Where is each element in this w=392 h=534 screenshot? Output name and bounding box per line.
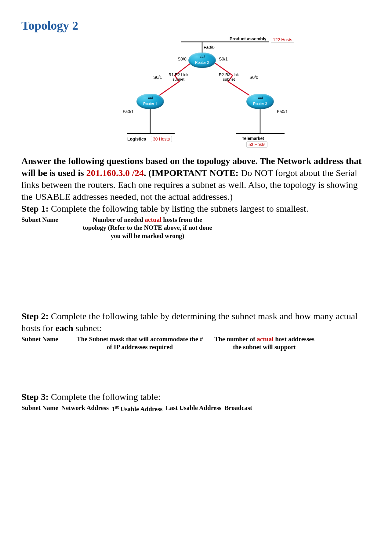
router-arrows-icon: ⇄⇄ <box>200 54 205 59</box>
step2-body-b: subnet: <box>73 323 102 333</box>
step3-col3-sup: st <box>115 404 119 410</box>
router-3-icon: ⇄⇄ Router 3 <box>246 94 274 109</box>
router-3-label: Router 3 <box>253 102 267 106</box>
step3-col3b: Usable Address <box>119 405 162 413</box>
link-label-r2r3: R2-R3 Link subnet <box>219 72 239 82</box>
step1-table-header: Subnet Name Number of needed actual host… <box>21 216 371 240</box>
step3-text: Step 3: Complete the following table: <box>21 391 371 403</box>
step1-col2a: Number of needed <box>93 216 145 223</box>
topology-diagram: ⇄⇄ Router 2 ⇄⇄ Router 1 ⇄⇄ Router 3 Fa0/… <box>80 36 312 149</box>
step3-table-header: Subnet Name Network Address 1st Usable A… <box>21 404 371 413</box>
step2-col3-red: actual <box>257 335 274 343</box>
step2-blank-area <box>21 351 371 391</box>
step2-col2: The Subnet mask that will accommodate th… <box>76 335 209 351</box>
port-label: Fa0/0 <box>204 45 215 50</box>
port-label: Fa0/1 <box>277 109 288 114</box>
router-arrows-icon: ⇄⇄ <box>258 96 263 100</box>
step2-bold: each <box>56 323 73 333</box>
link-label-r1r2: R1-R2 Link subnet <box>169 72 188 82</box>
hosts-telemarket: 53 Hosts <box>246 141 267 148</box>
step3-col3: 1st Usable Address <box>112 404 164 413</box>
router-1-icon: ⇄⇄ Router 1 <box>136 94 164 109</box>
segment-telemarket: Telemarket <box>242 136 264 141</box>
router-arrows-icon: ⇄⇄ <box>148 96 153 100</box>
diagram-links <box>80 36 312 149</box>
step3-body: Complete the following table: <box>51 392 161 402</box>
step1-col2-red: actual <box>145 216 162 223</box>
port-label: S0/0 <box>178 57 187 61</box>
step2-col3a: The number of <box>214 335 257 343</box>
page-title: Topology 2 <box>21 18 371 33</box>
port-label: S0/1 <box>219 57 228 61</box>
step2-text: Step 2: Complete the following table by … <box>21 310 371 334</box>
hosts-logistics: 30 Hosts <box>151 136 172 142</box>
step1-col2: Number of needed actual hosts from the t… <box>82 216 219 240</box>
step1-text: Step 1: Complete the following table by … <box>21 203 371 214</box>
port-label: Fa0/1 <box>123 109 134 114</box>
hosts-product-assembly: 122 Hosts <box>271 37 294 43</box>
step3-col5: Broadcast <box>224 404 254 413</box>
router-1-label: Router 1 <box>143 102 157 106</box>
document-page: Topology 2 ⇄⇄ Router 2 ⇄⇄ <box>0 0 392 432</box>
step3-prefix: Step 3: <box>21 392 51 402</box>
step2-col3: The number of actual host addresses the … <box>209 335 325 351</box>
step1-blank-area <box>21 240 371 310</box>
intro-paragraph: Answer the following questions based on … <box>21 155 371 203</box>
port-label: S0/1 <box>153 75 162 80</box>
step2-prefix: Step 2: <box>21 311 51 321</box>
step2-table-header: Subnet Name The Subnet mask that will ac… <box>21 335 371 351</box>
step1-col1: Subnet Name <box>21 216 82 240</box>
topology-diagram-container: ⇄⇄ Router 2 ⇄⇄ Router 1 ⇄⇄ Router 3 Fa0/… <box>21 36 371 149</box>
step3-col3-num: 1 <box>112 405 115 413</box>
segment-logistics: Logistics <box>127 137 146 141</box>
step3-col4: Last Usable Address <box>165 404 223 413</box>
intro-lead2: . (IMPORTANT NOTE: <box>144 168 241 178</box>
segment-product-assembly: Product assembly <box>230 36 267 41</box>
router-2-icon: ⇄⇄ Router 2 <box>188 53 216 68</box>
step1-body: Complete the following table by listing … <box>51 203 309 214</box>
step3-col2: Network Address <box>61 404 111 413</box>
step3-col1: Subnet Name <box>21 404 60 413</box>
step1-prefix: Step 1: <box>21 203 51 214</box>
step2-col1: Subnet Name <box>21 335 76 351</box>
router-2-label: Router 2 <box>195 60 209 65</box>
network-address: 201.160.3.0 /24 <box>86 168 144 178</box>
port-label: S0/0 <box>249 75 258 80</box>
